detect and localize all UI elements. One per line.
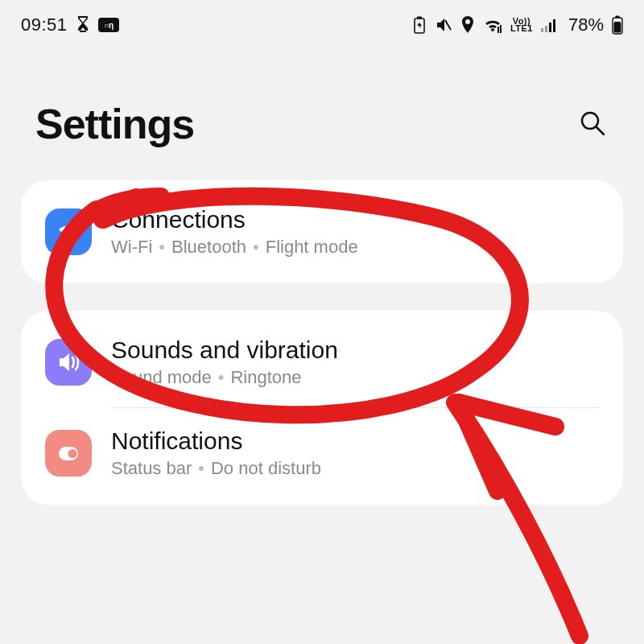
settings-header: Settings — [0, 43, 644, 180]
row-title: Sounds and vibration — [111, 336, 338, 364]
wifi-icon — [483, 17, 502, 33]
speaker-tile-icon — [45, 339, 92, 386]
page-title: Settings — [35, 100, 194, 148]
svg-rect-8 — [541, 28, 543, 32]
status-bar: 09:51 ○η Vo)) LTE1 78% — [0, 0, 644, 43]
row-subtitle: Wi-Fi•Bluetooth•Flight mode — [111, 237, 358, 258]
svg-point-15 — [582, 113, 598, 129]
sub-item: Wi-Fi — [111, 237, 152, 257]
svg-rect-9 — [545, 26, 547, 32]
location-icon — [460, 16, 475, 34]
settings-row-connections[interactable]: Connections Wi-Fi•Bluetooth•Flight mode — [21, 187, 623, 277]
settings-card-connections: Connections Wi-Fi•Bluetooth•Flight mode — [21, 180, 623, 283]
status-bar-right: Vo)) LTE1 78% — [412, 14, 623, 35]
sub-item: Status bar — [111, 458, 192, 478]
hourglass-icon — [76, 16, 90, 34]
sub-item: Ringtone — [230, 367, 301, 387]
battery-icon — [612, 15, 623, 35]
svg-rect-3 — [417, 17, 422, 19]
svg-rect-7 — [500, 25, 502, 33]
svg-rect-10 — [549, 23, 551, 32]
row-text: Connections Wi-Fi•Bluetooth•Flight mode — [111, 206, 358, 258]
row-title: Connections — [111, 206, 358, 233]
battery-percent: 78% — [568, 14, 604, 35]
row-title: Notifications — [111, 427, 321, 455]
sub-item: Sound mode — [111, 367, 212, 387]
svg-point-18 — [68, 449, 77, 458]
svg-rect-13 — [616, 16, 620, 19]
svg-rect-6 — [497, 27, 499, 33]
sub-item: Bluetooth — [171, 237, 246, 257]
signal-icon — [541, 18, 559, 32]
settings-row-sounds[interactable]: Sounds and vibration Sound mode•Ringtone — [21, 317, 623, 407]
volte-indicator: Vo)) LTE1 — [510, 18, 533, 32]
row-subtitle: Status bar•Do not disturb — [111, 458, 321, 479]
svg-rect-14 — [614, 22, 621, 33]
wifi-tile-icon — [45, 208, 92, 255]
recycle-battery-icon — [412, 16, 427, 34]
sub-item: Do not disturb — [211, 458, 321, 478]
notification-tile-icon — [45, 430, 92, 477]
settings-row-notifications[interactable]: Notifications Status bar•Do not disturb — [21, 408, 623, 498]
row-text: Sounds and vibration Sound mode•Ringtone — [111, 336, 338, 388]
svg-line-4 — [445, 20, 451, 30]
search-icon — [579, 109, 606, 139]
row-text: Notifications Status bar•Do not disturb — [111, 427, 321, 479]
status-bar-left: 09:51 ○η — [21, 14, 119, 35]
row-subtitle: Sound mode•Ringtone — [111, 367, 338, 388]
svg-text:○η: ○η — [103, 21, 113, 30]
volte-bottom: LTE1 — [510, 25, 533, 32]
mute-icon — [435, 16, 452, 34]
sub-item: Flight mode — [266, 237, 358, 257]
svg-rect-11 — [553, 19, 555, 32]
settings-card-sound-notif: Sounds and vibration Sound mode•Ringtone… — [21, 311, 623, 505]
svg-line-16 — [597, 127, 604, 134]
status-clock: 09:51 — [21, 14, 68, 35]
captions-icon: ○η — [98, 18, 119, 32]
search-button[interactable] — [576, 108, 609, 140]
